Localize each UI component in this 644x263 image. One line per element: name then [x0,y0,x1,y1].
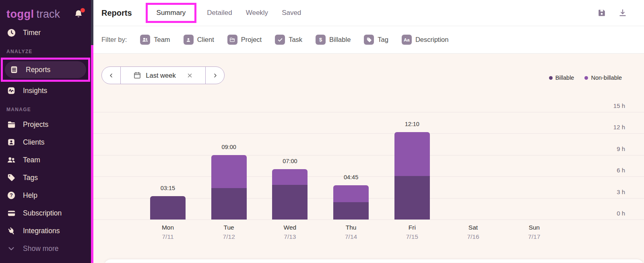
filter-chip-label: Billable [329,36,351,43]
sidebar-item-label: Tags [23,174,38,182]
tab-detailed[interactable]: Detailed [207,9,232,17]
legend-label: Non-billable [591,75,622,81]
x-axis-date-label-wed: 7/13 [266,233,314,240]
download-icon [618,8,627,17]
team-people-icon [6,155,16,165]
y-axis-tick-0h: 0 h [617,210,625,217]
gridline-15h [93,112,644,112]
sidebar-item-tags[interactable]: Tags [0,169,91,186]
report-content: Last week Billable Non-billable [93,54,644,263]
x-axis-date-label-sat: 7/16 [449,233,497,240]
dollar-glyph: $ [319,37,322,43]
chart-legend: Billable Non-billable [549,75,622,81]
tag-icon [364,35,374,45]
dollar-icon: $ [316,35,326,45]
filter-chip-billable[interactable]: $ Billable [316,35,351,45]
annotation-highlight-summary: Summary [146,3,197,23]
y-axis-tick-6h: 6 h [617,167,625,174]
notification-dot [80,8,85,12]
text-icon: Aa [402,35,412,45]
main-area: Reports Summary Detailed Weekly Saved [93,0,644,263]
sidebar-section-manage: MANAGE [0,99,91,116]
sidebar-item-help[interactable]: ? Help [0,186,91,204]
sidebar-item-label: Projects [23,120,48,129]
filter-chip-tag[interactable]: Tag [364,35,388,45]
plug-icon [6,226,16,236]
filter-chip-team[interactable]: Team [140,35,170,45]
bar-segment-billable-thu[interactable] [333,202,369,220]
project-icon [227,35,237,45]
sidebar-section-analyze: ANALYZE [0,41,91,58]
x-axis-day-label-tue: Tue [205,224,253,231]
sidebar-item-clients[interactable]: Clients [0,133,91,151]
legend-item-billable[interactable]: Billable [549,75,574,81]
filter-chip-label: Tag [378,36,388,43]
bar-segment-billable-wed[interactable] [272,185,308,220]
sidebar-item-show-more[interactable]: Show more [0,240,91,257]
save-report-button[interactable] [597,8,606,17]
insights-pulse-icon [6,86,16,95]
bar-total-label-fri: 12:10 [388,121,436,127]
bar-segment-billable-tue[interactable] [211,188,247,220]
team-icon [140,35,150,45]
date-range-picker: Last week [101,66,225,84]
x-axis-date-label-mon: 7/11 [144,233,192,240]
filter-chip-project[interactable]: Project [227,35,262,45]
previous-period-button[interactable] [102,67,120,84]
tab-summary[interactable]: Summary [157,9,186,17]
bar-segment-nonbillable-fri[interactable] [394,132,430,176]
filter-chip-client[interactable]: Client [184,35,214,45]
y-axis-tick-15h: 15 h [613,102,625,109]
topbar-actions [597,8,627,17]
reports-document-icon [9,65,19,75]
app-root: toggltrack Timer ANALYZE Repor [0,0,644,263]
x-axis-day-label-sun: Sun [510,224,558,231]
date-range-label: Last week [146,72,175,79]
logo-bold-text: toggl [6,8,34,20]
legend-label: Billable [555,75,574,81]
x-axis-date-label-sun: 7/17 [510,233,558,240]
filter-chip-description[interactable]: Aa Description [402,35,449,45]
bar-segment-nonbillable-tue[interactable] [211,155,247,188]
sidebar-item-label: Show more [23,244,59,253]
notifications-bell-icon[interactable] [73,9,85,20]
toggl-track-logo[interactable]: toggltrack [6,8,60,21]
sidebar-item-integrations[interactable]: Integrations [0,222,91,240]
sidebar-item-projects[interactable]: Projects [0,116,91,133]
bar-segment-billable-fri[interactable] [394,176,430,220]
sidebar-item-reports[interactable]: Reports [5,61,86,78]
legend-item-non-billable[interactable]: Non-billable [584,75,622,81]
x-axis-date-label-fri: 7/15 [388,233,436,240]
bar-segment-billable-mon[interactable] [150,196,186,220]
sidebar-item-insights[interactable]: Insights [0,82,91,99]
clear-date-filter-button[interactable] [187,72,193,79]
x-axis-day-label-fri: Fri [388,224,436,231]
sidebar-item-team[interactable]: Team [0,151,91,169]
folder-icon [6,120,16,129]
client-badge-icon [6,137,16,147]
next-period-button[interactable] [206,67,224,84]
sidebar-item-subscription[interactable]: Subscription [0,204,91,222]
sidebar-item-label: Reports [26,66,50,74]
save-floppy-icon [597,8,606,17]
sidebar-item-timer[interactable]: Timer [0,24,91,41]
timer-clock-icon [6,28,16,37]
date-range-selector[interactable]: Last week [120,67,206,84]
bar-segment-nonbillable-thu[interactable] [333,185,369,202]
sidebar-item-label: Insights [23,87,47,95]
y-axis-tick-9h: 9 h [617,145,625,152]
sidebar-edge-line-dark [91,0,93,45]
chevron-down-icon [6,244,16,253]
aa-glyph: Aa [404,37,410,42]
filter-chip-label: Team [154,36,170,43]
logo-light-text: track [36,8,60,20]
filter-chip-label: Task [289,36,302,43]
bar-segment-nonbillable-wed[interactable] [272,169,308,184]
tab-saved[interactable]: Saved [282,9,301,17]
export-download-button[interactable] [618,8,627,17]
sidebar-item-label: Subscription [23,209,62,217]
tab-weekly[interactable]: Weekly [246,9,268,17]
sidebar-item-label: Clients [23,138,45,147]
x-axis-day-label-sat: Sat [449,224,497,231]
filter-chip-task[interactable]: Task [275,35,302,45]
